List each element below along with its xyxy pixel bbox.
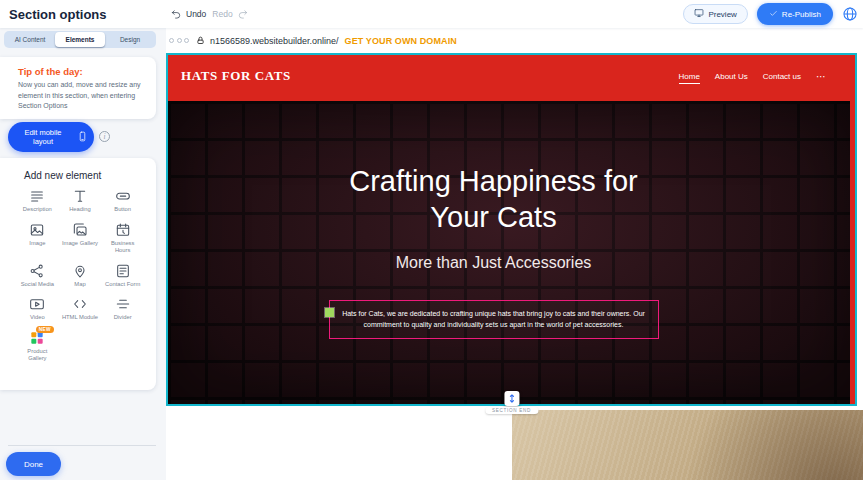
element-item-map[interactable]: Map: [59, 263, 102, 289]
element-label: Business Hours: [104, 240, 142, 255]
smartphone-icon: [77, 131, 88, 144]
check-icon: [769, 9, 778, 20]
selected-section-preview[interactable]: HATS FOR CATS Home About Us Contact us ⋯…: [166, 53, 857, 406]
window-dot: [177, 38, 182, 43]
heading-icon: [72, 188, 88, 204]
business-hours-icon: [115, 222, 131, 238]
section-options-sidebar: AI Content Elements Design Tip of the da…: [0, 28, 166, 480]
page-title: Section options: [9, 7, 107, 22]
nav-item-about-us[interactable]: About Us: [715, 72, 748, 85]
element-item-html-module[interactable]: HTML Module: [59, 296, 102, 322]
undo-redo-controls: Undo Redo: [171, 0, 248, 28]
edit-mobile-layout-button[interactable]: Edit mobile layout: [8, 122, 94, 152]
edit-mobile-label: Edit mobile layout: [14, 128, 72, 146]
element-label: Heading: [69, 206, 91, 214]
element-label: Map: [74, 281, 85, 289]
sidebar-tab-switcher: AI Content Elements Design: [4, 31, 156, 48]
preview-button[interactable]: Preview: [683, 4, 747, 24]
sidebar-divider: [8, 445, 156, 446]
element-label: Divider: [114, 314, 132, 322]
vertical-arrows-icon[interactable]: [504, 391, 519, 406]
hero-heading[interactable]: Crafting Happiness for Your Cats: [349, 163, 638, 236]
redo-button[interactable]: Redo: [212, 8, 247, 21]
hero-section[interactable]: Crafting Happiness for Your Cats More th…: [168, 101, 855, 404]
undo-arrow-icon: [171, 8, 182, 21]
editor-canvas: n1566589.websitebuilder.online/ GET YOUR…: [166, 28, 863, 480]
element-label: Image Gallery: [62, 240, 98, 248]
image-icon: [29, 222, 45, 238]
window-dot: [184, 38, 189, 43]
element-label: HTML Module: [62, 314, 98, 322]
site-url: n1566589.websitebuilder.online/: [210, 36, 339, 46]
republish-button[interactable]: Re-Publish: [757, 3, 833, 25]
element-item-video[interactable]: Video: [16, 296, 59, 322]
hero-paragraph-text: Hats for Cats, we are dedicated to craft…: [342, 310, 645, 329]
section-end-control: SECTION END: [485, 391, 538, 414]
hero-paragraph-selected[interactable]: Hats for Cats, we are dedicated to craft…: [329, 300, 659, 340]
hero-heading-line-1: Crafting Happiness for: [349, 163, 638, 199]
element-item-button[interactable]: Button: [101, 188, 144, 214]
share-icon: [29, 263, 45, 279]
top-toolbar: Section options Undo Redo Preview: [0, 0, 863, 28]
republish-label: Re-Publish: [782, 10, 821, 19]
map-pin-icon: [72, 263, 88, 279]
element-item-contact-form[interactable]: Contact Form: [101, 263, 144, 289]
element-label: Contact Form: [105, 281, 140, 289]
globe-icon[interactable]: [842, 6, 858, 22]
tip-title: Tip of the day:: [18, 66, 156, 77]
resize-handle-icon[interactable]: [325, 308, 334, 317]
element-item-product-gallery[interactable]: NEW Product Gallery: [16, 330, 59, 363]
element-label: Video: [30, 314, 45, 322]
nav-item-contact-us[interactable]: Contact us: [763, 72, 801, 85]
monitor-icon: [694, 8, 704, 20]
undo-label: Undo: [186, 9, 206, 19]
element-grid: Description Heading Button Image: [0, 188, 156, 363]
preview-label: Preview: [708, 10, 736, 19]
divider-icon: [115, 296, 131, 312]
element-label: Description: [23, 206, 52, 214]
hero-subheading[interactable]: More than Just Accessories: [396, 254, 592, 272]
tip-body: Now you can add, move and resize any ele…: [18, 80, 143, 112]
lock-icon: [196, 36, 205, 45]
site-scrollbar[interactable]: [850, 55, 855, 404]
tab-design[interactable]: Design: [105, 32, 155, 47]
browser-address-bar: n1566589.websitebuilder.online/ GET YOUR…: [166, 28, 863, 53]
element-item-heading[interactable]: Heading: [59, 188, 102, 214]
site-header: HATS FOR CATS Home About Us Contact us ⋯: [168, 55, 855, 101]
site-logo[interactable]: HATS FOR CATS: [181, 68, 291, 84]
contact-form-icon: [115, 263, 131, 279]
image-gallery-icon: [72, 222, 88, 238]
get-domain-link[interactable]: GET YOUR OWN DOMAIN: [345, 36, 457, 46]
site-nav: Home About Us Contact us ⋯: [679, 55, 828, 101]
done-button[interactable]: Done: [6, 452, 61, 476]
window-control-dots: [169, 38, 189, 43]
element-item-business-hours[interactable]: Business Hours: [101, 222, 144, 255]
element-item-image[interactable]: Image: [16, 222, 59, 255]
element-label: Button: [114, 206, 131, 214]
button-icon: [115, 188, 131, 204]
add-panel-title: Add new element: [24, 170, 156, 181]
hero-heading-line-2: Your Cats: [349, 199, 638, 235]
text-lines-icon: [29, 188, 45, 204]
nav-more-ellipsis-icon[interactable]: ⋯: [816, 71, 827, 86]
new-badge: NEW: [36, 326, 54, 333]
next-section-carpet-image: [512, 410, 863, 480]
section-end-label: SECTION END: [485, 407, 538, 414]
undo-button[interactable]: Undo: [171, 8, 206, 21]
tab-ai-content[interactable]: AI Content: [5, 32, 55, 47]
add-new-element-panel: Add new element Description Heading Butt…: [0, 158, 156, 390]
element-label: Product Gallery: [18, 348, 56, 363]
element-item-description[interactable]: Description: [16, 188, 59, 214]
info-icon[interactable]: i: [99, 131, 110, 142]
element-item-divider[interactable]: Divider: [101, 296, 144, 322]
code-icon: [72, 296, 88, 312]
nav-item-home[interactable]: Home: [679, 72, 700, 85]
app-window: Section options Undo Redo Preview: [0, 0, 863, 480]
element-label: Social Media: [21, 281, 54, 289]
video-icon: [29, 296, 45, 312]
window-dot: [169, 38, 174, 43]
element-item-social-media[interactable]: Social Media: [16, 263, 59, 289]
element-item-image-gallery[interactable]: Image Gallery: [59, 222, 102, 255]
hero-content: Crafting Happiness for Your Cats More th…: [168, 101, 819, 404]
tab-elements[interactable]: Elements: [55, 32, 105, 47]
